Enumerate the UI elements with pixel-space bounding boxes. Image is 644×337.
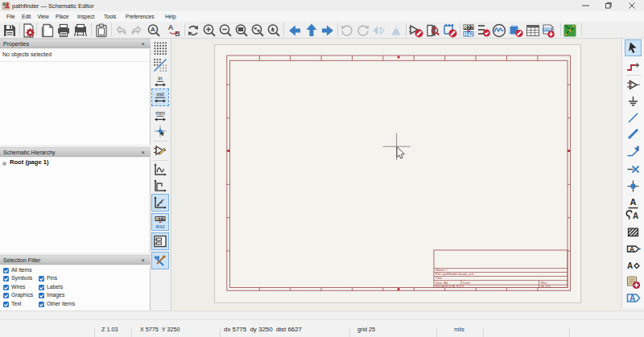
svg-text:mm: mm bbox=[155, 110, 165, 116]
svg-text:KiCad E.D.A. 9.0.5: KiCad E.D.A. 9.0.5 bbox=[436, 284, 464, 288]
svg-text:Id: 1/1: Id: 1/1 bbox=[541, 284, 551, 288]
svg-text:R??: R?? bbox=[464, 24, 474, 30]
svg-text:Date:: Date: bbox=[463, 281, 471, 285]
svg-text:R42: R42 bbox=[464, 31, 473, 37]
svg-text:A: A bbox=[630, 245, 635, 253]
svg-text:A: A bbox=[630, 294, 635, 302]
svg-text:A: A bbox=[630, 197, 637, 207]
svg-text:R??: R?? bbox=[155, 216, 165, 221]
svg-text:A: A bbox=[151, 26, 155, 33]
svg-text:Title:: Title: bbox=[436, 276, 443, 280]
svg-text:A: A bbox=[627, 261, 633, 270]
svg-text:in: in bbox=[158, 76, 163, 81]
svg-text:A: A bbox=[168, 23, 174, 31]
svg-text:A: A bbox=[633, 212, 638, 220]
svg-text:R42: R42 bbox=[155, 224, 165, 229]
svg-text:mil: mil bbox=[157, 92, 164, 97]
